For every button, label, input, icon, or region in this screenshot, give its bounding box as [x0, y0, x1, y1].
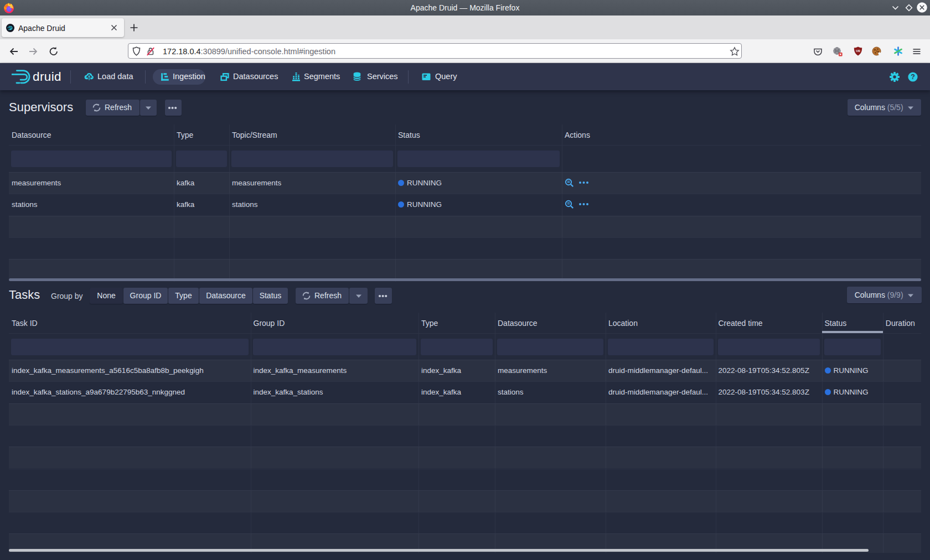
svg-text:U0: U0: [856, 49, 860, 53]
svg-text:?: ?: [911, 73, 915, 81]
